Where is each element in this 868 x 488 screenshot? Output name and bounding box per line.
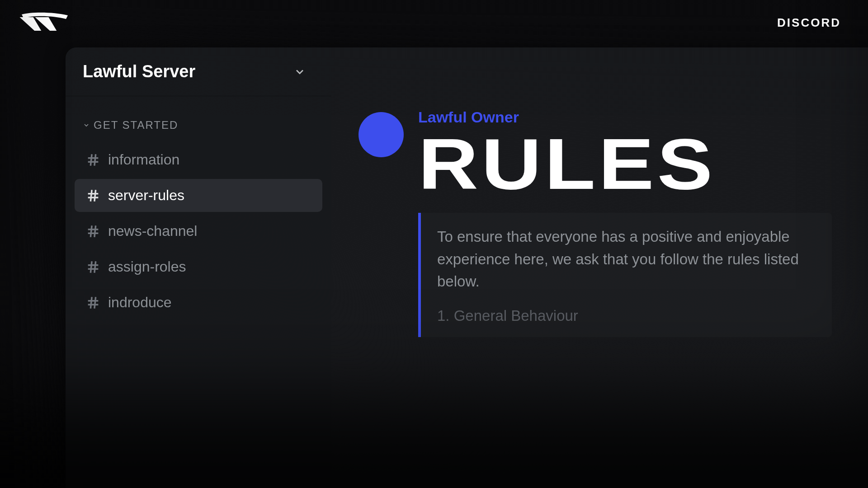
svg-line-10 <box>90 225 92 237</box>
channel-section: GET STARTED information <box>66 96 331 322</box>
hash-icon <box>85 259 101 275</box>
category-name: GET STARTED <box>94 119 178 131</box>
main-content: Lawful Owner RULES To ensure that everyo… <box>331 47 868 488</box>
category-header[interactable]: GET STARTED <box>75 119 322 131</box>
avatar[interactable] <box>359 112 404 157</box>
app-window: Lawful Server GET STARTED <box>66 47 868 488</box>
channel-label: server-rules <box>108 187 184 204</box>
embed-section-title: 1. General Behaviour <box>437 307 816 324</box>
chevron-down-icon <box>83 122 90 129</box>
hash-icon <box>85 188 101 203</box>
svg-line-18 <box>90 297 92 309</box>
sidebar: Lawful Server GET STARTED <box>66 47 331 488</box>
svg-line-3 <box>94 154 96 166</box>
embed-intro: To ensure that everyone has a positive a… <box>437 225 816 293</box>
channel-news-channel[interactable]: news-channel <box>75 215 322 248</box>
channel-label: indroduce <box>108 294 172 311</box>
channel-label: news-channel <box>108 223 197 239</box>
server-name: Lawful Server <box>83 62 195 81</box>
channel-label: information <box>108 151 179 168</box>
hash-icon <box>85 295 101 310</box>
message-content: Lawful Owner RULES To ensure that everyo… <box>418 108 832 337</box>
brand-label: DISCORD <box>777 16 841 30</box>
embed: To ensure that everyone has a positive a… <box>418 213 832 337</box>
svg-line-6 <box>90 190 92 202</box>
app-logo-icon <box>17 9 71 36</box>
svg-line-19 <box>94 297 96 309</box>
server-header[interactable]: Lawful Server <box>66 47 331 96</box>
top-bar: DISCORD <box>0 0 868 45</box>
channel-label: assign-roles <box>108 258 186 275</box>
svg-line-7 <box>94 190 96 202</box>
message-title: RULES <box>418 128 868 200</box>
message: Lawful Owner RULES To ensure that everyo… <box>359 108 832 337</box>
hash-icon <box>85 224 101 239</box>
svg-line-14 <box>90 261 92 273</box>
channel-server-rules[interactable]: server-rules <box>75 179 322 212</box>
svg-line-2 <box>90 154 92 166</box>
channel-introduce[interactable]: indroduce <box>75 286 322 319</box>
channel-assign-roles[interactable]: assign-roles <box>75 250 322 283</box>
svg-line-15 <box>94 261 96 273</box>
chevron-down-icon <box>293 66 306 78</box>
hash-icon <box>85 152 101 168</box>
svg-line-11 <box>94 225 96 237</box>
channel-information[interactable]: information <box>75 143 322 176</box>
